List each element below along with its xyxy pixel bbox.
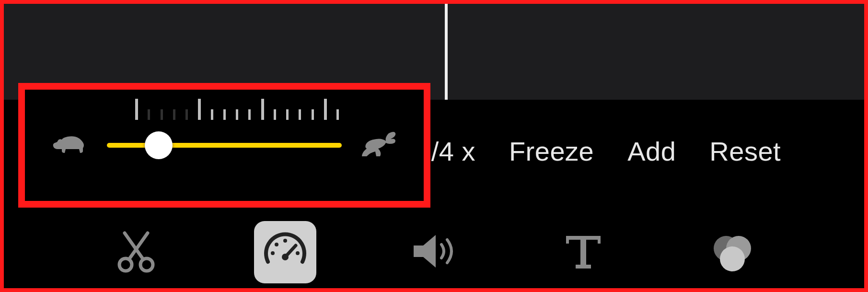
svg-line-3 xyxy=(125,233,143,259)
speed-slider-thumb[interactable] xyxy=(145,131,173,159)
rabbit-icon xyxy=(356,128,399,163)
color-filters-icon xyxy=(706,227,759,277)
turtle-icon xyxy=(49,130,93,161)
speaker-icon xyxy=(408,227,461,277)
speed-tool-button[interactable] xyxy=(254,221,316,283)
editor-toolbar xyxy=(4,216,864,288)
reset-button[interactable]: Reset xyxy=(709,136,781,167)
cut-tool-button[interactable] xyxy=(105,221,167,283)
scissors-icon xyxy=(112,227,160,277)
text-tool-button[interactable] xyxy=(552,221,614,283)
playhead-marker[interactable] xyxy=(445,4,448,100)
speed-scale-ruler xyxy=(135,96,336,120)
svg-line-2 xyxy=(129,233,148,259)
filters-tool-button[interactable] xyxy=(701,221,764,283)
svg-point-9 xyxy=(296,251,300,255)
add-button[interactable]: Add xyxy=(627,136,676,167)
volume-tool-button[interactable] xyxy=(403,221,465,283)
text-icon xyxy=(559,227,607,277)
speed-slider-panel xyxy=(18,83,430,208)
svg-point-7 xyxy=(275,243,278,246)
speed-slider[interactable] xyxy=(107,131,342,160)
speedometer-icon xyxy=(261,227,309,277)
svg-point-8 xyxy=(283,239,287,243)
speed-options-row: 1/4 x Freeze Add Reset xyxy=(416,136,855,167)
speed-slider-track xyxy=(107,143,342,148)
svg-line-5 xyxy=(285,245,296,257)
svg-point-6 xyxy=(271,251,275,255)
freeze-button[interactable]: Freeze xyxy=(509,136,594,167)
svg-point-12 xyxy=(720,246,745,271)
